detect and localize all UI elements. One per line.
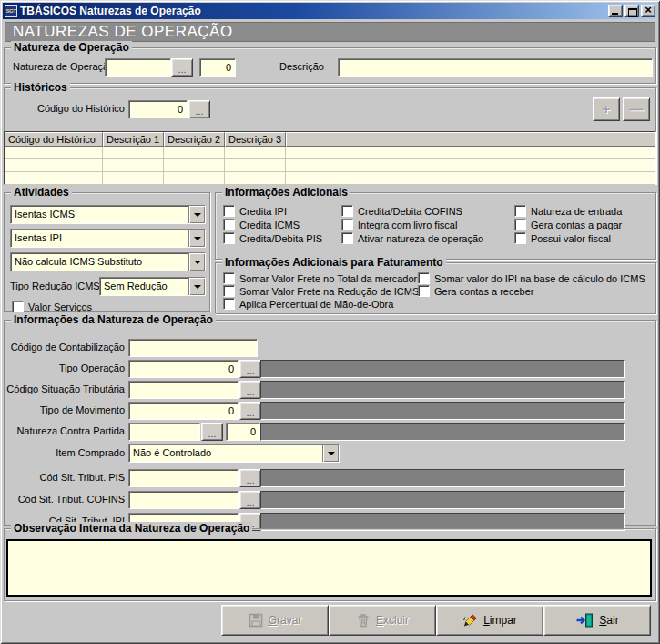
grid-header[interactable]: Descrição 2 <box>164 132 225 147</box>
checkbox-percentual-mao-de-obra[interactable]: Aplica Percentual de Mão-de-Obra <box>223 298 393 310</box>
checkbox-gera-contas-pagar[interactable]: Gera contas a pagar <box>514 219 622 230</box>
maximize-icon[interactable] <box>624 5 639 17</box>
field-label: Cód Sit. Tribut. COFINS <box>5 494 125 505</box>
tipo-operacao-lookup-button[interactable]: ... <box>239 360 261 378</box>
window-title: TBÁSICOS Naturezas de Operação <box>20 5 606 17</box>
observacao-textarea[interactable] <box>6 539 652 597</box>
remove-row-button[interactable]: — <box>623 97 650 121</box>
checkbox-frete-total-mercadoria[interactable]: Somar Valor Frete no Total da mercadoria <box>223 272 425 284</box>
chevron-down-icon[interactable] <box>188 206 205 223</box>
group-title: Informações da Natureza de Operação <box>11 313 216 326</box>
tipo-movimento-lookup-button[interactable]: ... <box>239 402 261 420</box>
chevron-down-icon[interactable] <box>322 445 339 462</box>
field-label: Tipo Operação <box>5 363 125 373</box>
checkbox-credita-debita-pis[interactable]: Credita/Debita PIS <box>223 232 322 244</box>
checkbox-frete-reducao-icms[interactable]: Somar Valor Frete na Redução de ICMS <box>223 285 419 297</box>
natureza-lookup-button[interactable]: ... <box>171 58 193 77</box>
codigo-situacao-tributaria-lookup-button[interactable]: ... <box>239 381 261 399</box>
checkbox-possui-valor-fiscal[interactable]: Possui valor fiscal <box>514 232 611 244</box>
natureza-contra-partida-lookup-button[interactable]: ... <box>201 423 223 441</box>
add-row-button[interactable]: + <box>593 97 620 121</box>
checkbox-credita-debita-cofins[interactable]: Credita/Debita COFINS <box>341 205 462 217</box>
checkbox-box <box>223 298 235 310</box>
group-info-natureza: Informações da Natureza de Operação Códi… <box>4 320 656 526</box>
group-historicos: Históricos Código do Histórico ... + — C… <box>4 87 656 184</box>
checkbox-box <box>514 205 526 217</box>
descricao-input[interactable] <box>338 58 653 77</box>
checkbox-box <box>223 285 235 297</box>
dropdown-tipo-reducao[interactable]: Sem Redução <box>99 277 206 296</box>
grid-header[interactable]: Código do Histórico <box>5 132 103 147</box>
codigo-situacao-tributaria-input[interactable] <box>128 381 239 399</box>
checkbox-credita-ipi[interactable]: Credita IPI <box>223 205 287 217</box>
field-label: Natureza Contra Partida <box>5 425 125 436</box>
table-row[interactable] <box>5 172 655 185</box>
chevron-down-icon[interactable] <box>188 278 205 295</box>
codigo-historico-label: Código do Histórico <box>12 103 125 114</box>
checkbox-integra-livro-fiscal[interactable]: Integra com livro fiscal <box>341 219 457 230</box>
gravar-button[interactable]: Gravar <box>221 605 329 636</box>
table-row[interactable] <box>5 159 655 172</box>
save-icon <box>249 613 263 628</box>
titlebar: SGT TBÁSICOS Naturezas de Operação <box>3 3 657 19</box>
group-observacao: Observação Interna da Natureza de Operaç… <box>4 528 656 601</box>
checkbox-ipi-base-calculo-icms[interactable]: Somar valor do IPI na base de cálculo do… <box>418 272 645 284</box>
dropdown-ipi[interactable]: Isentas IPI <box>10 229 206 248</box>
exit-door-icon <box>575 613 594 628</box>
codigo-contabilizacao-input[interactable] <box>128 339 258 357</box>
chevron-down-icon[interactable] <box>188 230 205 247</box>
cod-sit-tribut-cofins-readonly <box>260 491 625 509</box>
group-title: Históricos <box>11 81 70 94</box>
tipo-operacao-readonly <box>260 360 625 378</box>
field-label: Tipo de Movimento <box>5 404 125 415</box>
tipo-movimento-readonly <box>260 402 625 420</box>
trash-icon <box>356 613 371 628</box>
natureza-number-input[interactable] <box>199 58 236 77</box>
grid-header[interactable]: Descrição 3 <box>225 132 286 147</box>
codigo-historico-lookup-button[interactable]: ... <box>188 100 210 118</box>
group-title: Observação Interna da Natureza de Operaç… <box>11 522 252 535</box>
page-title: NATUREZAS DE OPERAÇÃO <box>5 22 655 42</box>
sair-button[interactable]: Sair <box>543 605 651 636</box>
checkbox-ativar-natureza[interactable]: Ativar natureza de operação <box>341 232 483 244</box>
chevron-down-icon[interactable] <box>188 253 205 271</box>
descricao-label: Descrição <box>279 61 324 72</box>
checkbox-box <box>341 219 353 230</box>
checkbox-credita-icms[interactable]: Credita ICMS <box>223 219 300 230</box>
natureza-code-input[interactable] <box>105 58 171 77</box>
natureza-contra-partida-input[interactable] <box>128 423 200 441</box>
excluir-button[interactable]: Excluir <box>329 605 436 636</box>
checkbox-natureza-entrada[interactable]: Natureza de entrada <box>514 205 622 217</box>
cod-sit-tribut-cofins-input[interactable] <box>128 491 239 509</box>
tipo-operacao-input[interactable] <box>128 360 239 378</box>
tipo-movimento-input[interactable] <box>128 402 239 420</box>
cod-sit-tribut-cofins-lookup-button[interactable]: ... <box>239 491 261 509</box>
natureza-contra-partida-readonly <box>260 423 625 441</box>
close-icon[interactable] <box>641 5 655 17</box>
natureza-label: Natureza de Operação <box>13 61 114 72</box>
cod-sit-tribut-pis-lookup-button[interactable]: ... <box>239 469 261 487</box>
checkbox-valor-servicos[interactable]: Valor Serviços <box>12 301 92 312</box>
historicos-grid[interactable]: Código do Histórico Descrição 1 Descriçã… <box>4 131 656 185</box>
checkbox-box <box>341 232 353 244</box>
cod-sit-tribut-pis-readonly <box>260 469 625 487</box>
limpar-button[interactable]: Limpar <box>436 605 543 636</box>
tipo-reducao-label: Tipo Redução ICMS <box>10 281 100 291</box>
group-info-faturamento: Informações Adicionais para Faturamento … <box>215 262 656 314</box>
dropdown-icms-substituto[interactable]: Não calcula ICMS Substituto <box>10 252 206 271</box>
field-label: Cód Sit. Tribut. PIS <box>5 472 125 483</box>
natureza-contra-partida-number-input[interactable] <box>226 423 260 441</box>
app-icon: SGT <box>5 5 17 17</box>
cod-sit-tribut-pis-input[interactable] <box>128 469 239 487</box>
grid-header[interactable] <box>286 132 655 147</box>
dropdown-icms[interactable]: Isentas ICMS <box>10 205 206 224</box>
table-row[interactable] <box>5 147 655 159</box>
codigo-historico-input[interactable] <box>128 100 188 118</box>
eraser-pencil-icon <box>462 613 478 628</box>
field-label: Item Comprado <box>5 447 125 458</box>
minimize-icon[interactable] <box>608 5 623 17</box>
grid-header[interactable]: Descrição 1 <box>103 132 164 147</box>
checkbox-gera-contas-receber[interactable]: Gera contas a receber <box>418 285 533 297</box>
checkbox-box <box>223 205 235 217</box>
dropdown-item-comprado[interactable]: Não é Controlado <box>128 444 340 463</box>
